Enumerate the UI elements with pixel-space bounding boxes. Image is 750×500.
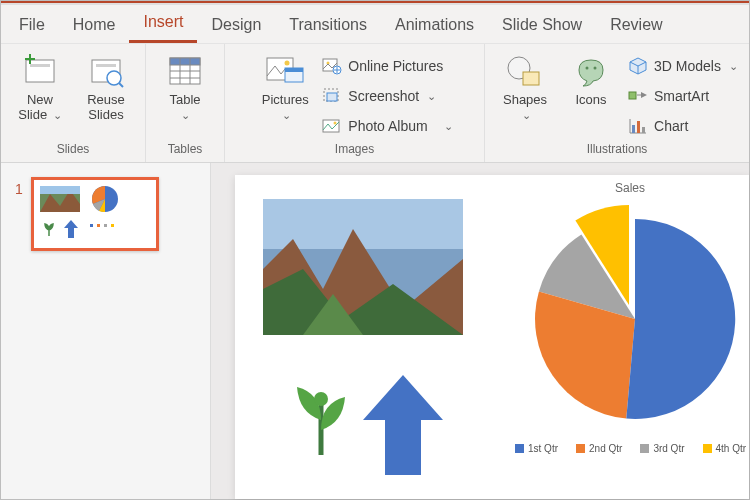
group-images-label: Images bbox=[335, 142, 374, 160]
chevron-down-icon: ⌄ bbox=[427, 90, 436, 103]
app-window: File Home Insert Design Transitions Anim… bbox=[0, 0, 750, 500]
workspace: 1 bbox=[1, 163, 749, 499]
online-pictures-button[interactable]: Online Pictures bbox=[322, 54, 452, 78]
3d-models-label: 3D Models bbox=[654, 58, 721, 74]
tab-insert[interactable]: Insert bbox=[129, 5, 197, 43]
svg-point-28 bbox=[586, 67, 589, 70]
legend-q2: 2nd Qtr bbox=[589, 443, 622, 454]
slide-editor[interactable]: Sales 1st Qtr 2nd Qtr bbox=[211, 163, 749, 499]
screenshot-button[interactable]: Screenshot ⌄ bbox=[322, 84, 452, 108]
smartart-icon bbox=[628, 86, 648, 106]
table-icon bbox=[167, 54, 203, 88]
svg-rect-1 bbox=[30, 64, 50, 67]
shapes-label: Shapes⌄ bbox=[503, 92, 547, 123]
svg-rect-39 bbox=[40, 186, 80, 194]
group-slides-label: Slides bbox=[57, 142, 90, 160]
group-tables: Table⌄ Tables bbox=[146, 44, 225, 162]
table-label: Table⌄ bbox=[169, 92, 200, 123]
group-illustrations-label: Illustrations bbox=[587, 142, 648, 160]
svg-rect-24 bbox=[323, 120, 339, 132]
3d-models-button[interactable]: 3D Models ⌄ bbox=[628, 54, 738, 78]
arrow-shape[interactable] bbox=[363, 375, 443, 475]
svg-marker-41 bbox=[64, 220, 78, 238]
svg-rect-27 bbox=[523, 72, 539, 85]
chart-title: Sales bbox=[615, 181, 645, 195]
cube-icon bbox=[628, 56, 648, 76]
svg-line-8 bbox=[119, 83, 123, 87]
tab-home[interactable]: Home bbox=[59, 8, 130, 43]
legend-q4: 4th Qtr bbox=[716, 443, 747, 454]
screenshot-label: Screenshot bbox=[348, 88, 419, 104]
svg-point-25 bbox=[334, 122, 337, 125]
screenshot-icon bbox=[322, 86, 342, 106]
chevron-down-icon: ⌄ bbox=[444, 120, 453, 133]
svg-point-7 bbox=[107, 71, 121, 85]
svg-rect-10 bbox=[170, 58, 200, 65]
tab-transitions[interactable]: Transitions bbox=[275, 8, 381, 43]
svg-rect-18 bbox=[285, 68, 303, 72]
svg-point-29 bbox=[594, 67, 597, 70]
chart-label: Chart bbox=[654, 118, 688, 134]
svg-rect-34 bbox=[632, 125, 635, 133]
legend-q1: 1st Qtr bbox=[528, 443, 558, 454]
reuse-slides-label: ReuseSlides bbox=[87, 92, 125, 122]
new-slide-button[interactable]: NewSlide ⌄ bbox=[11, 50, 69, 140]
svg-rect-35 bbox=[637, 121, 640, 133]
slide-number: 1 bbox=[15, 181, 23, 197]
smartart-label: SmartArt bbox=[654, 88, 709, 104]
group-tables-label: Tables bbox=[168, 142, 203, 160]
pictures-label: Pictures⌄ bbox=[262, 92, 309, 123]
inserted-picture[interactable] bbox=[263, 199, 463, 335]
icons-icon bbox=[571, 54, 611, 88]
svg-rect-6 bbox=[96, 64, 116, 67]
reuse-slides-icon bbox=[88, 54, 124, 88]
new-slide-label: NewSlide ⌄ bbox=[18, 92, 62, 123]
shapes-icon bbox=[505, 54, 545, 88]
smartart-button[interactable]: SmartArt bbox=[628, 84, 738, 108]
online-pictures-icon bbox=[322, 56, 342, 76]
svg-marker-49 bbox=[363, 375, 443, 475]
pictures-button[interactable]: Pictures⌄ bbox=[256, 50, 314, 140]
svg-marker-31 bbox=[641, 92, 647, 98]
plant-icon[interactable] bbox=[291, 375, 351, 455]
photo-album-label: Photo Album bbox=[348, 118, 427, 134]
slide-thumbnail-1[interactable] bbox=[31, 177, 159, 251]
icons-button[interactable]: Icons bbox=[562, 50, 620, 140]
svg-point-16 bbox=[285, 61, 290, 66]
photo-album-button[interactable]: Photo Album ⌄ bbox=[322, 114, 452, 138]
tab-animations[interactable]: Animations bbox=[381, 8, 488, 43]
chart-button[interactable]: Chart bbox=[628, 114, 738, 138]
ribbon: NewSlide ⌄ ReuseSlides Slides bbox=[1, 43, 749, 163]
tab-slideshow[interactable]: Slide Show bbox=[488, 8, 596, 43]
slide-canvas[interactable]: Sales 1st Qtr 2nd Qtr bbox=[235, 175, 749, 499]
legend-q3: 3rd Qtr bbox=[653, 443, 684, 454]
chart-legend: 1st Qtr 2nd Qtr 3rd Qtr 4th Qtr bbox=[515, 443, 746, 454]
reuse-slides-button[interactable]: ReuseSlides bbox=[77, 50, 135, 140]
online-pictures-label: Online Pictures bbox=[348, 58, 443, 74]
pictures-icon bbox=[265, 54, 305, 88]
thumbnail-panel: 1 bbox=[1, 163, 211, 499]
photo-album-icon bbox=[322, 116, 342, 136]
tab-file[interactable]: File bbox=[5, 8, 59, 43]
icons-label: Icons bbox=[575, 92, 606, 107]
group-images: Pictures⌄ Online Pictures Screenshot bbox=[225, 44, 485, 162]
shapes-button[interactable]: Shapes⌄ bbox=[496, 50, 554, 140]
sales-pie-chart[interactable] bbox=[515, 199, 750, 439]
svg-point-48 bbox=[314, 392, 328, 406]
svg-rect-36 bbox=[642, 127, 645, 133]
chart-icon bbox=[628, 116, 648, 136]
svg-rect-23 bbox=[327, 93, 337, 101]
ribbon-tabs: File Home Insert Design Transitions Anim… bbox=[1, 5, 749, 43]
tab-review[interactable]: Review bbox=[596, 8, 676, 43]
tab-design[interactable]: Design bbox=[197, 8, 275, 43]
group-slides: NewSlide ⌄ ReuseSlides Slides bbox=[1, 44, 146, 162]
group-illustrations: Shapes⌄ Icons 3D Models bbox=[485, 44, 749, 162]
new-slide-icon bbox=[22, 54, 58, 88]
table-button[interactable]: Table⌄ bbox=[156, 50, 214, 140]
svg-rect-30 bbox=[629, 92, 636, 99]
chevron-down-icon: ⌄ bbox=[729, 60, 738, 73]
